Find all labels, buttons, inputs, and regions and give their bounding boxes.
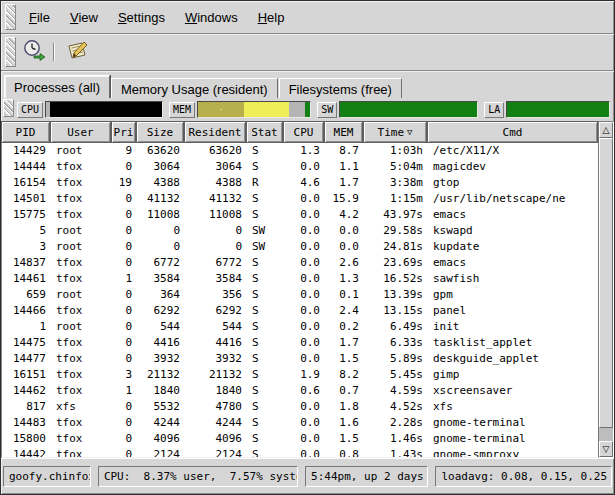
sw-meter-segment [340,102,477,117]
process-row[interactable]: 5root000SW0.00.029.58skswapd [2,223,598,239]
cell-cmd: /etc/X11/X [428,143,598,159]
process-row[interactable]: 14442tfox021242124S0.00.81.43sgnome-smpr… [2,447,598,458]
menu-help[interactable]: Help [248,5,295,30]
cell-size: 4388 [137,175,185,191]
process-row[interactable]: 15775tfox01100811008S0.04.243.97semacs [2,207,598,223]
cell-stat: S [247,399,284,415]
menu-file[interactable]: File [19,5,60,30]
cell-pri: 1 [112,383,137,399]
cell-resident: 0 [185,223,247,239]
sw-meter-label: SW [317,102,337,118]
cell-size: 21132 [137,367,185,383]
cell-time: 1.43s [364,447,428,458]
menubar-grip-handle[interactable] [5,4,16,30]
column-header-user[interactable]: User [50,121,111,143]
column-header-label: Size [147,126,174,139]
cell-pid: 16151 [2,367,51,383]
cell-time: 5.45s [364,367,428,383]
uptime-panel: 5:44pm, up 2 days [305,466,428,487]
column-header-pid[interactable]: PID [1,121,50,143]
cell-cpu: 0.0 [284,271,325,287]
cell-stat: S [247,255,284,271]
process-row[interactable]: 14429root96362063620S1.38.71:03h/etc/X11… [2,143,598,159]
mem-meter-segment [198,102,244,117]
cell-user: root [51,319,112,335]
cell-pri: 0 [112,335,137,351]
menu-items: FileViewSettingsWindowsHelp [19,5,294,30]
cell-resident: 1840 [185,383,247,399]
cell-pri: 1 [112,271,137,287]
process-row[interactable]: 14477tfox039323932S0.01.55.89sdeskguide_… [2,351,598,367]
sort-descending-icon: ▽ [407,127,412,137]
process-details-button[interactable] [61,38,91,66]
column-header-pri[interactable]: Pri [111,121,136,143]
refresh-timer-button[interactable] [19,38,49,66]
la-meter-segment [507,102,609,117]
process-row[interactable]: 659root0364356S0.00.113.39sgpm [2,287,598,303]
cell-mem: 2.6 [325,255,364,271]
scroll-up-icon: △ [603,126,610,135]
process-row[interactable]: 1root0544544S0.00.26.49sinit [2,319,598,335]
column-header-mem[interactable]: MEM [324,121,363,143]
scrollbar-trough[interactable] [599,428,613,441]
scroll-down-button[interactable]: ▽ [599,441,613,457]
column-header-time[interactable]: Time▽ [363,121,427,143]
column-header-cmd[interactable]: Cmd [427,121,598,143]
cell-cmd: panel [428,303,598,319]
cell-cmd: gnome-smproxy [428,447,598,458]
column-header-size[interactable]: Size [136,121,184,143]
scroll-up-button[interactable]: △ [599,122,613,138]
cell-cmd: /usr/lib/netscape/ne [428,191,598,207]
table-header-row: PIDUserPriSizeResidentStatCPUMEMTime▽Cmd [1,121,598,143]
process-row[interactable]: 14483tfox042444244S0.01.62.28sgnome-term… [2,415,598,431]
cell-user: tfox [51,431,112,447]
column-header-stat[interactable]: Stat [246,121,283,143]
cell-cpu: 0.0 [284,335,325,351]
process-row[interactable]: 3root000SW0.00.024.81skupdate [2,239,598,255]
tab-memory-usage-resident[interactable]: Memory Usage (resident) [111,78,278,98]
tab-processes-all[interactable]: Processes (all) [4,75,110,98]
vertical-scrollbar[interactable]: △ ▽ [598,121,614,458]
toolbar-grip-handle[interactable] [5,37,16,67]
process-row[interactable]: 16151tfox32113221132S1.98.25.45sgimp [2,367,598,383]
process-row[interactable]: 14466tfox062926292S0.02.413.15spanel [2,303,598,319]
meters-grip-handle[interactable] [3,99,14,117]
cell-cpu: 0.0 [284,159,325,175]
cell-mem: 0.0 [325,239,364,255]
clock-run-icon [22,39,46,66]
scrollbar-thumb[interactable] [599,138,613,428]
cell-pid: 3 [2,239,51,255]
process-row[interactable]: 14475tfox044164416S0.01.76.33stasklist_a… [2,335,598,351]
tab-filesystems-free[interactable]: Filesystems (free) [279,78,402,98]
process-row[interactable]: 14501tfox04113241132S0.015.91:15m/usr/li… [2,191,598,207]
process-row[interactable]: 15800tfox040964096S0.01.51.46sgnome-term… [2,431,598,447]
cell-pri: 0 [112,303,137,319]
mem-meter-label: MEM [169,102,195,118]
cell-pid: 14461 [2,271,51,287]
menu-windows[interactable]: Windows [175,5,248,30]
process-row[interactable]: 817xfs055324780S0.01.84.52sxfs [2,399,598,415]
process-row[interactable]: 16154tfox1943884388R4.61.73:38mgtop [2,175,598,191]
cell-stat: S [247,287,284,303]
cell-size: 4244 [137,415,185,431]
cell-size: 3932 [137,351,185,367]
cell-pri: 0 [112,223,137,239]
cell-size: 11008 [137,207,185,223]
cell-mem: 1.8 [325,399,364,415]
cell-cmd: emacs [428,207,598,223]
process-row[interactable]: 14462tfox118401840S0.60.74.59sxscreensav… [2,383,598,399]
menu-settings[interactable]: Settings [108,5,175,30]
cell-time: 13.15s [364,303,428,319]
cell-size: 3064 [137,159,185,175]
meter-bar-row: CPUMEMSWLA [1,98,614,121]
cell-pri: 0 [112,319,137,335]
cell-cmd: kswapd [428,223,598,239]
process-row[interactable]: 14461tfox135843584S0.01.316.52ssawfish [2,271,598,287]
cell-pid: 14477 [2,351,51,367]
cpu-meter: CPU [17,101,163,118]
column-header-cpu[interactable]: CPU [283,121,324,143]
column-header-resident[interactable]: Resident [184,121,246,143]
process-row[interactable]: 14444tfox030643064S0.01.15:04mmagicdev [2,159,598,175]
process-row[interactable]: 14837tfox067726772S0.02.623.69semacs [2,255,598,271]
menu-view[interactable]: View [60,5,108,30]
